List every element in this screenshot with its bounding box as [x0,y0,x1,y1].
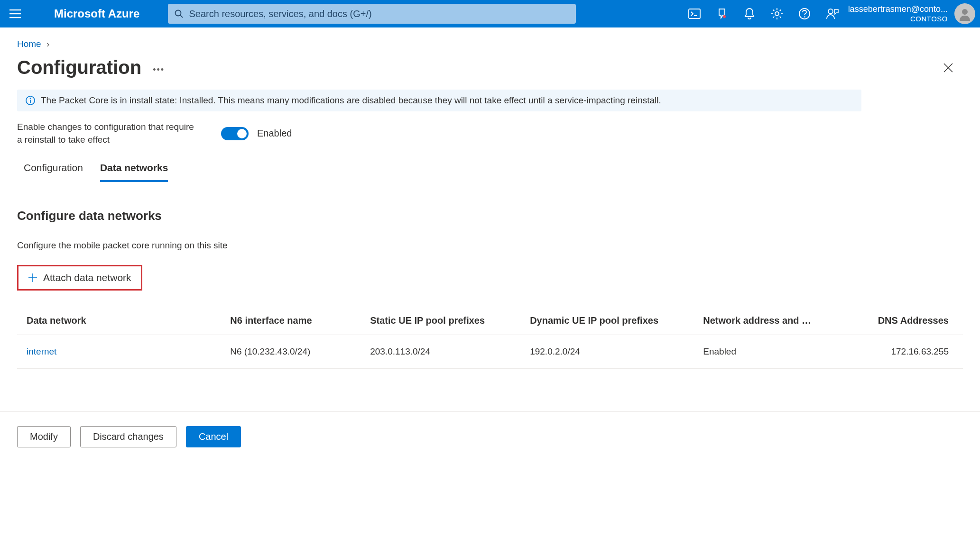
account-tenant: CONTOSO [848,15,948,23]
svg-line-15 [773,17,774,18]
info-message: The Packet Core is in install state: Ins… [41,95,661,106]
col-dynamic-ue[interactable]: Dynamic UE IP pool prefixes [523,307,696,335]
svg-rect-5 [689,9,700,18]
svg-point-19 [828,9,833,14]
cloud-shell-icon[interactable] [688,7,701,20]
info-icon [26,96,35,105]
close-icon[interactable] [943,63,963,73]
cell-dynamic-ue: 192.0.2.0/24 [523,335,696,369]
account-block[interactable]: lassebertrasmen@conto... CONTOSO [848,4,948,23]
section-description: Configure the mobile packet core running… [17,240,963,251]
col-static-ue[interactable]: Static UE IP pool prefixes [363,307,523,335]
svg-point-7 [723,15,726,18]
feedback-icon[interactable] [825,7,839,20]
cell-n6: N6 (10.232.43.0/24) [223,335,363,369]
breadcrumb: Home › [0,27,980,53]
settings-icon[interactable] [770,7,784,20]
col-data-network[interactable]: Data network [17,307,223,335]
enable-toggle[interactable] [221,127,249,140]
search-placeholder: Search resources, services, and docs (G+… [189,9,371,19]
avatar[interactable] [954,3,975,24]
svg-point-20 [962,9,968,15]
data-network-table: Data network N6 interface name Static UE… [17,307,963,369]
discard-button[interactable]: Discard changes [80,426,176,447]
toggle-label: Enable changes to configuration that req… [17,121,197,146]
col-n6[interactable]: N6 interface name [223,307,363,335]
title-row: Configuration ••• [0,53,980,90]
cell-data-network[interactable]: internet [17,335,223,369]
search-icon [175,9,183,18]
topbar-icons [688,7,839,20]
section-data-networks: Configure data networks Configure the mo… [0,182,980,378]
svg-line-16 [779,10,781,11]
svg-line-14 [779,17,781,18]
top-bar: Microsoft Azure Search resources, servic… [0,0,980,27]
tab-data-networks[interactable]: Data networks [100,157,168,182]
table-row: internet N6 (10.232.43.0/24) 203.0.113.0… [17,335,963,369]
tabs: Configuration Data networks [0,157,980,182]
copilot-icon[interactable] [715,7,729,20]
col-napt[interactable]: Network address and … [696,307,843,335]
svg-point-3 [176,10,181,16]
attach-label: Attach data network [43,272,131,283]
notifications-icon[interactable] [743,7,756,20]
toggle-row: Enable changes to configuration that req… [0,119,980,157]
attach-data-network-button[interactable]: Attach data network [17,265,142,291]
modify-button[interactable]: Modify [17,426,71,447]
more-icon[interactable]: ••• [153,60,165,75]
cell-dns: 172.16.63.255 [843,335,963,369]
svg-point-18 [804,16,805,17]
chevron-right-icon: › [46,39,49,49]
footer-actions: Modify Discard changes Cancel [0,411,980,462]
account-email: lassebertrasmen@conto... [848,4,948,15]
tab-configuration[interactable]: Configuration [24,157,83,182]
svg-line-13 [773,10,774,11]
page-title: Configuration [17,57,141,78]
cancel-button[interactable]: Cancel [186,426,241,447]
cell-static-ue: 203.0.113.0/24 [363,335,523,369]
brand-label[interactable]: Microsoft Azure [54,7,139,20]
search-input[interactable]: Search resources, services, and docs (G+… [168,4,576,24]
plus-icon [28,273,37,282]
col-dns[interactable]: DNS Addresses [843,307,963,335]
cell-napt: Enabled [696,335,843,369]
info-banner: The Packet Core is in install state: Ins… [17,90,861,111]
toggle-state: Enabled [257,128,292,139]
svg-point-8 [775,12,779,16]
section-heading: Configure data networks [17,209,963,223]
menu-icon[interactable] [5,3,26,24]
svg-point-24 [30,98,31,99]
svg-line-4 [181,15,183,18]
breadcrumb-home[interactable]: Home [17,39,41,49]
help-icon[interactable] [798,7,811,20]
